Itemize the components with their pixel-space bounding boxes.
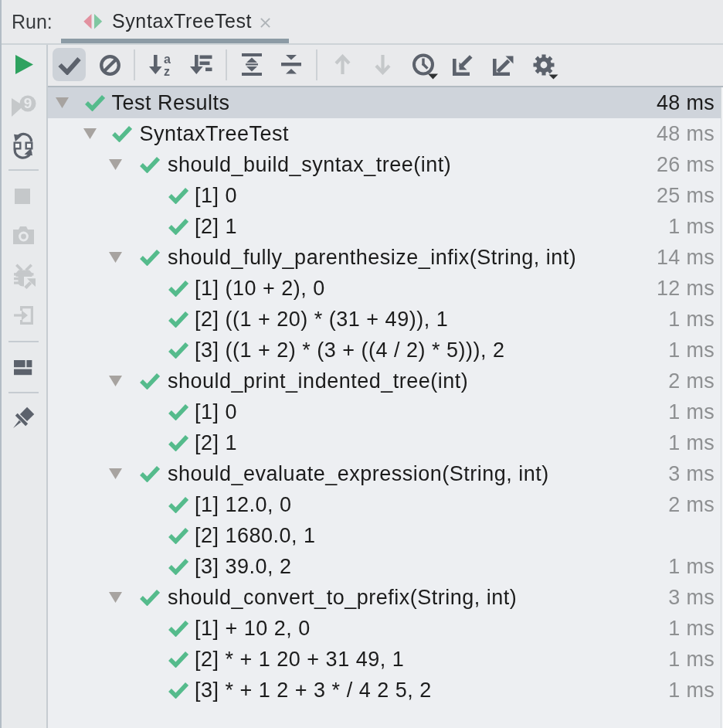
svg-text:9: 9	[24, 95, 32, 111]
svg-text:z: z	[164, 65, 170, 77]
